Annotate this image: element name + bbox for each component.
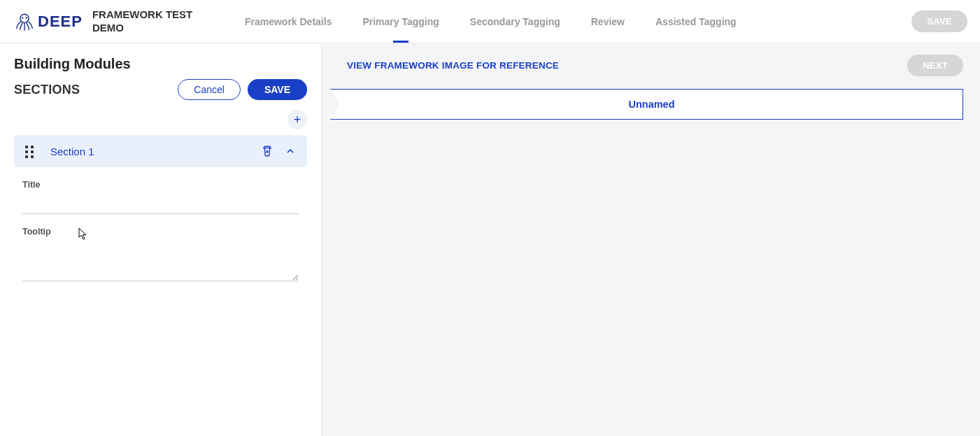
header-save-button[interactable]: SAVE: [911, 10, 967, 32]
page-title: Building Modules: [14, 56, 307, 72]
breadcrumb-label: Unnamed: [628, 99, 674, 110]
top-nav: DEEP FRAMEWORK TEST DEMO Framework Detai…: [0, 0, 980, 43]
title-input[interactable]: [22, 194, 299, 214]
cancel-button[interactable]: Cancel: [178, 79, 241, 100]
octopus-logo-icon: [14, 11, 35, 32]
add-section-button[interactable]: +: [287, 110, 307, 129]
logo-text: DEEP: [38, 13, 83, 31]
chevron-up-icon: [285, 146, 296, 157]
delete-section-button[interactable]: [261, 145, 274, 157]
breadcrumb-bar[interactable]: Unnamed: [330, 89, 963, 120]
plus-icon: +: [294, 113, 301, 127]
sidebar: Building Modules SECTIONS Cancel SAVE + …: [0, 43, 322, 436]
tab-secondary-tagging[interactable]: Secondary Tagging: [470, 0, 560, 43]
svg-point-0: [20, 14, 29, 22]
view-framework-image-link[interactable]: VIEW FRAMEWORK IMAGE FOR REFERENCE: [347, 60, 559, 71]
tab-framework-details[interactable]: Framework Details: [245, 0, 332, 43]
sections-heading: SECTIONS: [14, 83, 80, 97]
svg-point-1: [22, 17, 23, 18]
trash-icon: [261, 145, 274, 157]
save-button[interactable]: SAVE: [248, 79, 307, 100]
next-button[interactable]: NEXT: [907, 55, 963, 76]
svg-point-2: [26, 17, 27, 18]
content: VIEW FRAMEWORK IMAGE FOR REFERENCE NEXT …: [322, 43, 980, 436]
main: Building Modules SECTIONS Cancel SAVE + …: [0, 43, 980, 436]
project-title: FRAMEWORK TEST DEMO: [92, 8, 211, 35]
logo[interactable]: DEEP: [14, 11, 83, 32]
tab-review[interactable]: Review: [591, 0, 625, 43]
title-label: Title: [22, 180, 299, 190]
tab-primary-tagging[interactable]: Primary Tagging: [362, 0, 439, 43]
tooltip-label: Tooltip: [22, 227, 299, 237]
collapse-section-button[interactable]: [285, 146, 296, 157]
nav-tabs: Framework Details Primary Tagging Second…: [245, 0, 737, 43]
tooltip-input[interactable]: [22, 241, 299, 281]
section-name[interactable]: Section 1: [50, 146, 261, 157]
tab-assisted-tagging[interactable]: Assisted Tagging: [655, 0, 737, 43]
section-card: Section 1: [14, 135, 307, 167]
drag-handle-icon[interactable]: [25, 146, 36, 157]
